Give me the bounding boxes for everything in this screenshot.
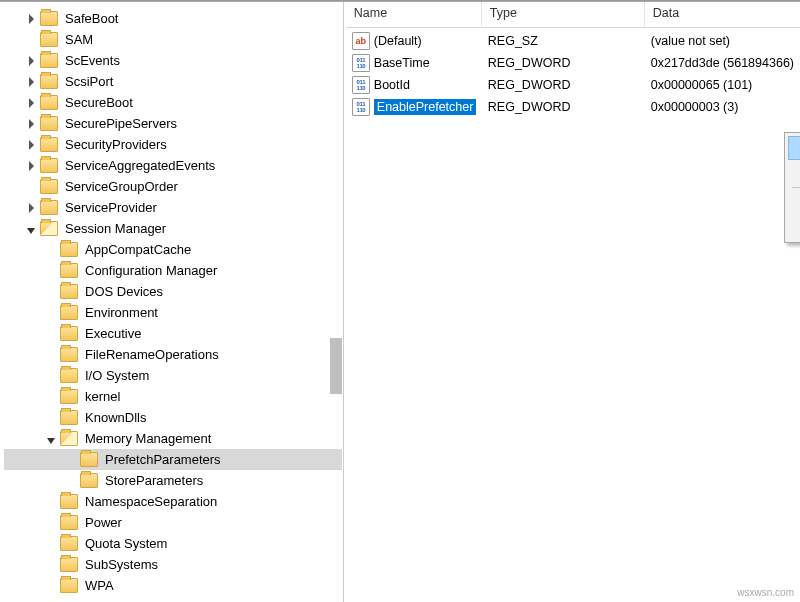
tree-pane[interactable]: SafeBootSAMScEventsScsiPortSecureBootSec… bbox=[0, 2, 342, 602]
value-row[interactable]: 011110BaseTimeREG_DWORD0x217dd3de (56189… bbox=[346, 52, 800, 74]
folder-icon bbox=[60, 263, 78, 278]
tree-label: ServiceGroupOrder bbox=[62, 177, 181, 196]
value-row[interactable]: 011110BootIdREG_DWORD0x00000065 (101) bbox=[346, 74, 800, 96]
value-type: REG_SZ bbox=[482, 34, 645, 48]
col-name[interactable]: Name bbox=[346, 2, 482, 27]
tree-node[interactable]: Executive bbox=[4, 323, 342, 344]
tree-node[interactable]: ScsiPort bbox=[4, 71, 342, 92]
registry-editor-window: KEY_LOCAL_MACHINE\SYSTEM\CurrentControlS… bbox=[0, 0, 800, 602]
tree-node[interactable]: NamespaceSeparation bbox=[4, 491, 342, 512]
folder-icon bbox=[40, 221, 58, 236]
value-name: BootId bbox=[374, 78, 410, 92]
tree-node[interactable]: StoreParameters bbox=[4, 470, 342, 491]
folder-icon bbox=[40, 158, 58, 173]
tree-node[interactable]: Configuration Manager bbox=[4, 260, 342, 281]
chevron-down-icon[interactable] bbox=[24, 224, 38, 234]
folder-icon bbox=[40, 53, 58, 68]
tree-label: SubSystems bbox=[82, 555, 161, 574]
folder-icon bbox=[60, 431, 78, 446]
tree-label: Environment bbox=[82, 303, 161, 322]
menu-modify-binary[interactable]: Modify Binary Data... bbox=[788, 160, 800, 184]
tree-node[interactable]: KnownDlls bbox=[4, 407, 342, 428]
folder-icon bbox=[60, 368, 78, 383]
value-row[interactable]: ab(Default)REG_SZ(value not set) bbox=[346, 30, 800, 52]
watermark: wsxwsn.com bbox=[737, 587, 794, 598]
string-value-icon: ab bbox=[352, 32, 370, 50]
tree-node[interactable]: DOS Devices bbox=[4, 281, 342, 302]
menu-modify[interactable]: Modify... bbox=[788, 136, 800, 160]
folder-icon bbox=[80, 452, 98, 467]
tree-node[interactable]: Quota System bbox=[4, 533, 342, 554]
menu-rename[interactable]: Rename bbox=[788, 215, 800, 239]
tree-node[interactable]: ServiceProvider bbox=[4, 197, 342, 218]
tree-label: FileRenameOperations bbox=[82, 345, 222, 364]
tree-node[interactable]: SecurePipeServers bbox=[4, 113, 342, 134]
chevron-right-icon[interactable] bbox=[24, 118, 38, 129]
tree-label: ScEvents bbox=[62, 51, 123, 70]
folder-icon bbox=[60, 326, 78, 341]
tree-label: WPA bbox=[82, 576, 117, 595]
folder-icon bbox=[60, 557, 78, 572]
binary-value-icon: 011110 bbox=[352, 54, 370, 72]
col-data[interactable]: Data bbox=[645, 2, 800, 27]
folder-icon bbox=[60, 494, 78, 509]
tree-node[interactable]: Session Manager bbox=[4, 218, 342, 239]
chevron-right-icon[interactable] bbox=[24, 139, 38, 150]
tree-node[interactable]: I/O System bbox=[4, 365, 342, 386]
chevron-right-icon[interactable] bbox=[24, 202, 38, 213]
chevron-right-icon[interactable] bbox=[24, 160, 38, 171]
chevron-right-icon[interactable] bbox=[24, 13, 38, 24]
menu-delete[interactable]: Delete bbox=[788, 191, 800, 215]
tree-label: Quota System bbox=[82, 534, 170, 553]
binary-value-icon: 011110 bbox=[352, 98, 370, 116]
value-type: REG_DWORD bbox=[482, 78, 645, 92]
tree-node[interactable]: Power bbox=[4, 512, 342, 533]
tree-label: SAM bbox=[62, 30, 96, 49]
folder-icon bbox=[60, 347, 78, 362]
tree-label: Executive bbox=[82, 324, 144, 343]
chevron-down-icon[interactable] bbox=[44, 434, 58, 444]
value-data: (value not set) bbox=[645, 34, 800, 48]
folder-icon bbox=[60, 578, 78, 593]
tree-node[interactable]: Memory Management bbox=[4, 428, 342, 449]
tree-node[interactable]: PrefetchParameters bbox=[4, 449, 342, 470]
tree-node[interactable]: FileRenameOperations bbox=[4, 344, 342, 365]
tree-node[interactable]: SecurityProviders bbox=[4, 134, 342, 155]
chevron-right-icon[interactable] bbox=[24, 97, 38, 108]
tree-node[interactable]: ScEvents bbox=[4, 50, 342, 71]
tree-label: Memory Management bbox=[82, 429, 214, 448]
chevron-right-icon[interactable] bbox=[24, 76, 38, 87]
value-data: 0x00000065 (101) bbox=[645, 78, 800, 92]
tree-node[interactable]: ServiceGroupOrder bbox=[4, 176, 342, 197]
tree-node[interactable]: SubSystems bbox=[4, 554, 342, 575]
tree-node[interactable]: AppCompatCache bbox=[4, 239, 342, 260]
tree-label: ServiceProvider bbox=[62, 198, 160, 217]
tree-node[interactable]: WPA bbox=[4, 575, 342, 596]
menu-separator bbox=[792, 187, 800, 188]
value-rows[interactable]: ab(Default)REG_SZ(value not set)011110Ba… bbox=[346, 28, 800, 602]
chevron-right-icon[interactable] bbox=[24, 55, 38, 66]
tree-label: KnownDlls bbox=[82, 408, 149, 427]
tree-node[interactable]: SafeBoot bbox=[4, 8, 342, 29]
folder-icon bbox=[40, 200, 58, 215]
tree-label: PrefetchParameters bbox=[102, 450, 224, 469]
folder-icon bbox=[40, 74, 58, 89]
folder-icon bbox=[60, 515, 78, 530]
binary-value-icon: 011110 bbox=[352, 76, 370, 94]
tree-label: kernel bbox=[82, 387, 123, 406]
main-pane: SafeBootSAMScEventsScsiPortSecureBootSec… bbox=[0, 2, 800, 602]
tree-label: NamespaceSeparation bbox=[82, 492, 220, 511]
tree-node[interactable]: SecureBoot bbox=[4, 92, 342, 113]
tree-node[interactable]: SAM bbox=[4, 29, 342, 50]
folder-icon bbox=[60, 242, 78, 257]
scrollbar-thumb[interactable] bbox=[330, 338, 342, 394]
tree-label: ServiceAggregatedEvents bbox=[62, 156, 218, 175]
tree-node[interactable]: ServiceAggregatedEvents bbox=[4, 155, 342, 176]
folder-icon bbox=[60, 410, 78, 425]
tree-node[interactable]: Environment bbox=[4, 302, 342, 323]
tree-label: AppCompatCache bbox=[82, 240, 194, 259]
tree-node[interactable]: kernel bbox=[4, 386, 342, 407]
value-row[interactable]: 011110EnablePrefetcherREG_DWORD0x0000000… bbox=[346, 96, 800, 118]
col-type[interactable]: Type bbox=[482, 2, 645, 27]
folder-icon bbox=[60, 536, 78, 551]
